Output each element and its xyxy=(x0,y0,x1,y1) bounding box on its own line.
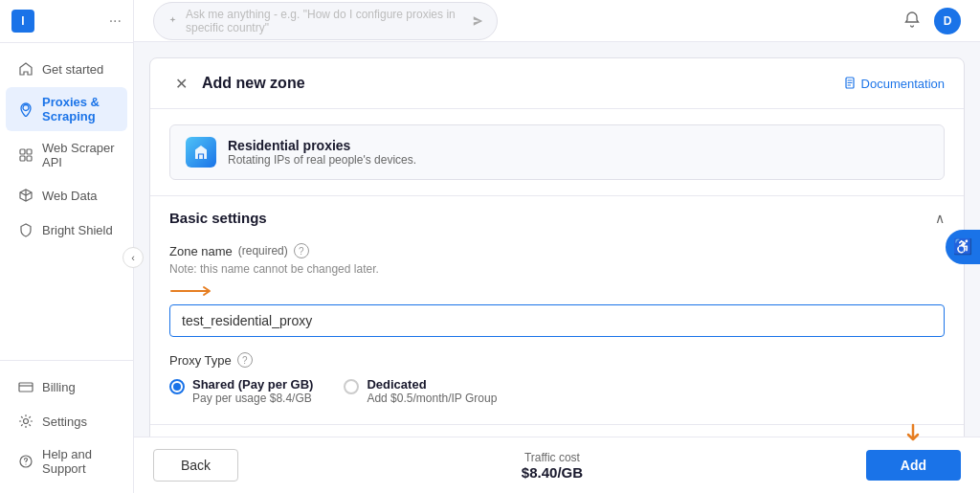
shared-proxy-info: Shared (Pay per GB) Pay per usage $8.4/G… xyxy=(192,377,313,405)
svg-rect-4 xyxy=(27,156,32,161)
close-button[interactable]: ✕ xyxy=(169,72,192,95)
basic-settings-section: Basic settings ∧ Zone name (required) ? … xyxy=(150,195,964,424)
traffic-cost-info: Traffic cost $8.40/GB xyxy=(522,451,583,481)
sidebar-collapse-button[interactable]: ‹ xyxy=(122,247,144,268)
residential-proxy-icon xyxy=(186,137,216,168)
shared-proxy-option[interactable]: Shared (Pay per GB) Pay per usage $8.4/G… xyxy=(169,377,313,405)
svg-point-6 xyxy=(24,419,29,424)
billing-icon xyxy=(17,378,34,395)
proxy-banner-title: Residential proxies xyxy=(228,138,416,153)
zone-name-input[interactable] xyxy=(169,304,945,337)
dedicated-proxy-option[interactable]: Dedicated Add $0.5/month/IP Group xyxy=(344,377,497,405)
gear-icon xyxy=(17,413,34,430)
arrow-right-icon xyxy=(169,283,215,299)
sidebar-top: I ··· xyxy=(0,0,133,43)
dedicated-proxy-name: Dedicated xyxy=(367,377,497,392)
sidebar-item-label: Settings xyxy=(42,415,87,429)
zone-name-label: Zone name (required) ? xyxy=(169,243,945,258)
doc-icon xyxy=(844,77,858,90)
back-button[interactable]: Back xyxy=(153,449,238,482)
sidebar-item-get-started[interactable]: Get started xyxy=(6,53,127,85)
api-icon xyxy=(17,146,34,164)
shared-proxy-desc: Pay per usage $8.4/GB xyxy=(192,392,313,405)
sidebar-nav: Get started Proxies & Scraping Web Scrap… xyxy=(0,43,133,360)
box-icon xyxy=(17,187,34,204)
footer: Back Traffic cost $8.40/GB Add xyxy=(134,437,980,493)
sidebar-item-label: Get started xyxy=(42,62,103,77)
sidebar-item-help[interactable]: Help and Support xyxy=(6,439,127,483)
proxy-banner-subtitle: Rotating IPs of real people's devices. xyxy=(228,153,416,167)
panel-title: Add new zone xyxy=(202,75,305,92)
svg-rect-1 xyxy=(20,149,25,154)
dedicated-proxy-info: Dedicated Add $0.5/month/IP Group xyxy=(367,377,497,405)
user-avatar[interactable]: D xyxy=(934,8,961,34)
sidebar-item-proxies-scraping[interactable]: Proxies & Scraping xyxy=(6,87,127,131)
notification-bell-icon[interactable] xyxy=(903,11,921,32)
sidebar-item-label: Proxies & Scraping xyxy=(42,95,116,123)
header-right: D xyxy=(903,8,961,34)
search-placeholder: Ask me anything - e.g. "How do I configu… xyxy=(186,8,465,34)
dedicated-proxy-desc: Add $0.5/month/IP Group xyxy=(367,392,497,405)
sidebar-item-settings[interactable]: Settings xyxy=(6,405,127,437)
basic-settings-body: Zone name (required) ? Note: this name c… xyxy=(150,239,964,424)
shared-radio-inner xyxy=(173,383,181,391)
brand-logo: I xyxy=(11,10,34,33)
sidebar-bottom: Billing Settings Help and Support xyxy=(0,360,133,493)
sparkle-icon xyxy=(167,14,178,28)
proxy-options: Shared (Pay per GB) Pay per usage $8.4/G… xyxy=(169,377,945,405)
sidebar-item-billing[interactable]: Billing xyxy=(6,370,127,403)
basic-settings-header[interactable]: Basic settings ∧ xyxy=(150,196,964,239)
proxy-type-info-icon[interactable]: ? xyxy=(237,352,253,368)
home-icon xyxy=(17,60,34,78)
shared-radio-button[interactable] xyxy=(169,379,185,394)
sidebar: I ··· Get started Proxies & Scraping Web… xyxy=(0,0,134,493)
header: Ask me anything - e.g. "How do I configu… xyxy=(134,0,980,42)
svg-rect-5 xyxy=(19,383,33,392)
sidebar-item-label: Help and Support xyxy=(42,447,116,476)
page-content: ✕ Add new zone Documentation Residential… xyxy=(134,42,980,437)
sidebar-item-bright-shield[interactable]: Bright Shield xyxy=(6,213,127,246)
zone-name-info-icon[interactable]: ? xyxy=(294,243,309,258)
proxy-banner-info: Residential proxies Rotating IPs of real… xyxy=(228,138,416,167)
traffic-cost-label: Traffic cost xyxy=(522,451,583,464)
svg-rect-3 xyxy=(20,156,25,161)
proxy-type-label: Proxy Type ? xyxy=(169,352,945,368)
arrow-indicator xyxy=(169,283,945,299)
sidebar-item-label: Web Data xyxy=(42,189,98,203)
sidebar-item-label: Billing xyxy=(42,380,76,394)
add-button[interactable]: Add xyxy=(866,450,961,481)
svg-point-8 xyxy=(25,463,26,464)
svg-rect-2 xyxy=(27,149,32,154)
shared-proxy-name: Shared (Pay per GB) xyxy=(192,377,313,392)
add-arrow-icon xyxy=(903,423,923,445)
advanced-settings-section: Advanced settings ∨ xyxy=(150,424,964,437)
basic-settings-chevron-icon: ∧ xyxy=(935,211,945,226)
basic-settings-title: Basic settings xyxy=(169,210,267,226)
send-icon xyxy=(473,14,483,28)
add-zone-panel: ✕ Add new zone Documentation Residential… xyxy=(149,57,965,437)
proxy-type-field: Proxy Type ? Shared (Pay per GB) Pay pe xyxy=(169,352,945,405)
dedicated-radio-button[interactable] xyxy=(344,379,359,394)
svg-point-0 xyxy=(23,105,29,111)
documentation-link[interactable]: Documentation xyxy=(844,77,945,91)
more-options-icon[interactable]: ··· xyxy=(109,12,122,30)
search-bar[interactable]: Ask me anything - e.g. "How do I configu… xyxy=(153,2,498,40)
zone-name-note: Note: this name cannot be changed later. xyxy=(169,262,945,276)
question-icon xyxy=(17,453,34,470)
zone-name-field: Zone name (required) ? Note: this name c… xyxy=(169,243,945,337)
panel-header: ✕ Add new zone Documentation xyxy=(150,58,964,109)
sidebar-item-web-data[interactable]: Web Data xyxy=(6,179,127,212)
proxy-type-banner: Residential proxies Rotating IPs of real… xyxy=(169,124,945,180)
accessibility-button[interactable]: ♿ xyxy=(946,230,980,264)
advanced-settings-header[interactable]: Advanced settings ∨ xyxy=(150,425,964,437)
zone-name-required: (required) xyxy=(238,244,288,258)
shield-icon xyxy=(17,221,34,238)
location-icon xyxy=(17,101,34,118)
sidebar-item-label: Bright Shield xyxy=(42,223,113,237)
main-content: Ask me anything - e.g. "How do I configu… xyxy=(134,0,980,493)
traffic-cost-value: $8.40/GB xyxy=(522,464,583,481)
sidebar-item-label: Web Scraper API xyxy=(42,141,116,169)
sidebar-item-web-scraper-api[interactable]: Web Scraper API xyxy=(6,133,127,177)
